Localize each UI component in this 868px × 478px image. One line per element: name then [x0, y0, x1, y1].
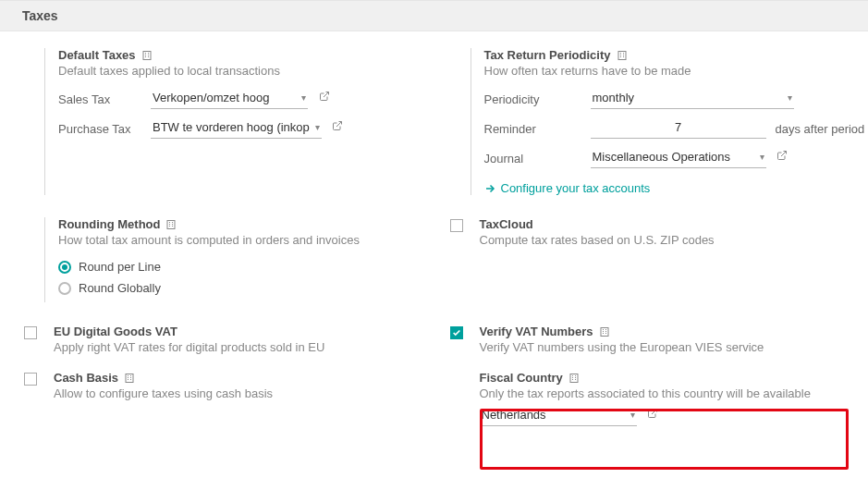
round-per-line-label: Round per Line: [79, 260, 161, 274]
fiscal-country-select[interactable]: Netherlands ▾: [480, 406, 637, 426]
purchase-tax-select[interactable]: BTW te vorderen hoog (inkop ▾: [151, 118, 322, 139]
fiscal-country-title: Fiscal Country: [480, 371, 563, 385]
cash-basis-title: Cash Basis: [54, 371, 118, 385]
sales-tax-select[interactable]: Verkopen/omzet hoog ▾: [151, 89, 308, 109]
default-taxes-block: Default Taxes Default taxes applied to l…: [44, 48, 443, 195]
radio-icon: [58, 282, 71, 295]
journal-label: Journal: [484, 152, 591, 165]
eu-vat-block: EU Digital Goods VAT Apply right VAT rat…: [44, 325, 443, 354]
verify-vat-block: Verify VAT Numbers Verify VAT numbers us…: [471, 325, 869, 354]
caret-down-icon: ▾: [760, 152, 764, 162]
configure-link-text: Configure your tax accounts: [501, 181, 651, 195]
reminder-label: Reminder: [484, 122, 591, 136]
round-globally-radio[interactable]: Round Globally: [58, 281, 443, 295]
svg-rect-9: [618, 51, 626, 59]
rounding-title: Rounding Method: [58, 217, 160, 231]
journal-value: Miscellaneous Operations: [593, 150, 731, 164]
building-icon: [568, 373, 580, 384]
radio-icon: [58, 261, 71, 274]
settings-content: Default Taxes Default taxes applied to l…: [0, 31, 868, 443]
external-link-icon[interactable]: [319, 91, 330, 102]
round-globally-label: Round Globally: [79, 281, 161, 295]
eu-vat-checkbox[interactable]: [24, 326, 37, 339]
svg-rect-0: [143, 51, 151, 59]
eu-vat-title: EU Digital Goods VAT: [54, 325, 177, 338]
periodicity-value: monthly: [593, 91, 635, 104]
building-icon: [599, 326, 610, 337]
default-taxes-title: Default Taxes: [58, 48, 136, 62]
eu-vat-desc: Apply right VAT rates for digital produc…: [54, 340, 443, 354]
settings-page: Taxes Default Taxes Default taxes applie…: [0, 0, 868, 478]
fiscal-country-value: Netherlands: [482, 408, 546, 422]
caret-down-icon: ▾: [630, 410, 635, 420]
taxcloud-block: TaxCloud Compute tax rates based on U.S.…: [471, 217, 869, 302]
verify-vat-desc: Verify VAT numbers using the European VI…: [480, 340, 869, 354]
purchase-tax-value: BTW te vorderen hoog (inkop: [153, 120, 310, 134]
rounding-desc: How total tax amount is computed in orde…: [58, 233, 443, 247]
building-icon: [141, 50, 153, 61]
tax-return-desc: How often tax returns have to be made: [484, 64, 869, 78]
svg-line-7: [324, 92, 329, 98]
configure-tax-accounts-link[interactable]: Configure your tax accounts: [484, 181, 869, 195]
journal-select[interactable]: Miscellaneous Operations ▾: [591, 148, 766, 168]
sales-tax-value: Verkopen/omzet hoog: [153, 91, 269, 104]
svg-rect-32: [126, 374, 133, 382]
building-icon: [124, 373, 135, 384]
svg-rect-39: [570, 374, 578, 382]
building-icon: [165, 219, 177, 230]
cash-basis-checkbox[interactable]: [24, 373, 37, 386]
default-taxes-desc: Default taxes applied to local transacti…: [58, 64, 443, 78]
purchase-tax-label: Purchase Tax: [58, 122, 151, 136]
reminder-input[interactable]: [591, 118, 766, 139]
svg-line-46: [652, 410, 657, 415]
cash-basis-block: Cash Basis Allow to configure taxes usin…: [44, 371, 443, 426]
external-link-icon[interactable]: [776, 150, 788, 161]
round-per-line-radio[interactable]: Round per Line: [58, 260, 443, 274]
external-link-icon[interactable]: [647, 408, 658, 419]
sales-tax-label: Sales Tax: [58, 92, 151, 106]
verify-vat-checkbox[interactable]: [450, 326, 463, 339]
periodicity-label: Periodicity: [484, 92, 591, 106]
caret-down-icon: ▾: [301, 92, 306, 103]
taxcloud-checkbox[interactable]: [450, 219, 463, 232]
reminder-suffix: days after period: [776, 122, 865, 136]
rounding-block: Rounding Method How total tax amount is …: [44, 217, 443, 302]
svg-line-16: [781, 152, 787, 157]
caret-down-icon: ▾: [315, 122, 320, 132]
svg-rect-25: [601, 327, 608, 336]
building-icon: [617, 50, 628, 61]
caret-down-icon: ▾: [788, 92, 792, 103]
svg-line-8: [336, 122, 342, 128]
tax-return-title: Tax Return Periodicity: [484, 48, 611, 62]
taxcloud-title: TaxCloud: [480, 217, 533, 231]
tax-return-block: Tax Return Periodicity How often tax ret…: [471, 48, 869, 195]
fiscal-country-block: Fiscal Country Only the tax reports asso…: [471, 371, 869, 426]
svg-rect-18: [167, 220, 175, 228]
taxcloud-desc: Compute tax rates based on U.S. ZIP code…: [480, 233, 869, 247]
external-link-icon[interactable]: [332, 120, 343, 131]
section-header: Taxes: [0, 1, 868, 31]
fiscal-country-desc: Only the tax reports associated to this …: [480, 386, 869, 400]
verify-vat-title: Verify VAT Numbers: [480, 325, 593, 338]
section-title: Taxes: [22, 8, 846, 23]
cash-basis-desc: Allow to configure taxes using cash basi…: [54, 386, 443, 400]
periodicity-select[interactable]: monthly ▾: [591, 89, 794, 109]
